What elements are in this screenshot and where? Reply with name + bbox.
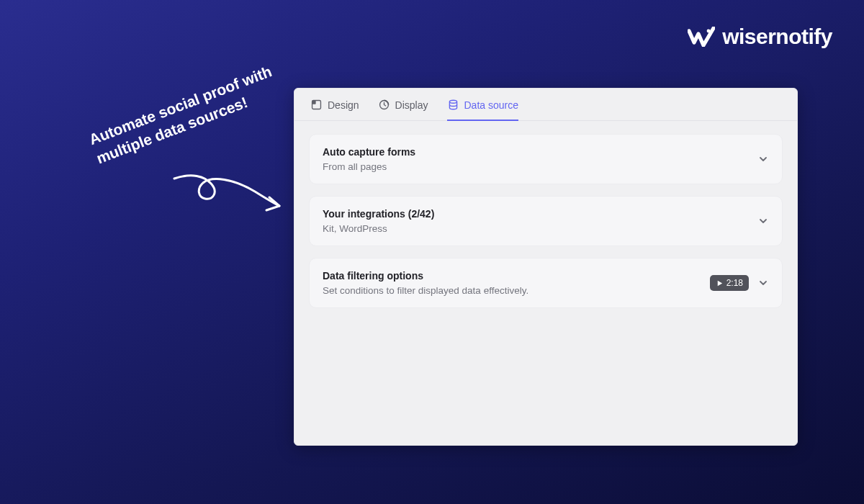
section-title: Data filtering options: [323, 270, 528, 282]
arrow-icon: [170, 160, 292, 225]
section-text: Data filtering options Set conditions to…: [323, 270, 528, 296]
svg-rect-2: [312, 101, 316, 104]
section-subtitle: Kit, WordPress: [323, 223, 434, 234]
brand-mark-icon: [688, 27, 715, 47]
section-actions: [757, 153, 769, 165]
chevron-down-icon: [757, 153, 769, 165]
design-icon: [310, 99, 323, 111]
tab-bar: Design Display Data source: [294, 89, 797, 121]
section-data-filtering[interactable]: Data filtering options Set conditions to…: [309, 258, 783, 308]
tab-display[interactable]: Display: [378, 99, 428, 120]
section-title: Your integrations (2/42): [323, 208, 434, 220]
play-icon: [716, 279, 724, 287]
video-duration: 2:18: [726, 278, 743, 288]
section-your-integrations[interactable]: Your integrations (2/42) Kit, WordPress: [309, 196, 783, 246]
section-title: Auto capture forms: [323, 146, 415, 158]
display-icon: [378, 99, 390, 111]
settings-panel: Design Display Data source: [294, 88, 798, 446]
promo-headline: Automate social proof with multiple data…: [86, 61, 282, 169]
section-actions: [757, 215, 769, 227]
section-text: Your integrations (2/42) Kit, WordPress: [323, 208, 434, 234]
section-text: Auto capture forms From all pages: [323, 146, 415, 172]
svg-point-4: [449, 100, 456, 103]
database-icon: [447, 99, 459, 111]
video-duration-badge[interactable]: 2:18: [710, 275, 749, 291]
tab-label: Data source: [464, 99, 518, 111]
section-auto-capture-forms[interactable]: Auto capture forms From all pages: [309, 134, 783, 184]
tab-data-source[interactable]: Data source: [447, 99, 518, 120]
sections-container: Auto capture forms From all pages Your i…: [294, 121, 797, 321]
brand-logo: wisernotify: [688, 24, 832, 49]
chevron-down-icon: [757, 215, 769, 227]
section-actions: 2:18: [710, 275, 769, 291]
brand-name: wisernotify: [722, 24, 832, 49]
chevron-down-icon: [757, 277, 769, 289]
tab-label: Display: [395, 99, 428, 111]
tab-label: Design: [328, 99, 359, 111]
section-subtitle: Set conditions to filter displayed data …: [323, 285, 528, 296]
tab-design[interactable]: Design: [310, 99, 359, 120]
svg-point-0: [707, 30, 711, 33]
section-subtitle: From all pages: [323, 161, 415, 172]
